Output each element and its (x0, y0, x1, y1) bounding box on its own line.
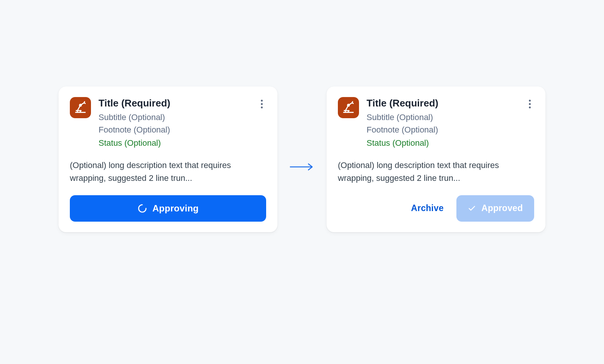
check-icon (468, 204, 476, 213)
card-approving: Title (Required) Subtitle (Optional) Foo… (59, 86, 277, 232)
approved-button: Approved (456, 195, 534, 222)
card-header: Title (Required) Subtitle (Optional) Foo… (70, 97, 266, 149)
card-actions: Approving (70, 195, 266, 222)
spinner-icon (137, 204, 147, 213)
card-actions: Archive Approved (338, 195, 534, 222)
approving-button[interactable]: Approving (70, 195, 266, 222)
archive-button[interactable]: Archive (407, 199, 448, 217)
card-title: Title (Required) (367, 97, 534, 110)
card-description: (Optional) long description text that re… (70, 159, 266, 185)
card-status: Status (Optional) (99, 137, 266, 149)
approved-button-label: Approved (481, 203, 523, 213)
approving-button-label: Approving (153, 203, 199, 214)
more-vertical-icon[interactable] (257, 99, 266, 108)
header-text-block: Title (Required) Subtitle (Optional) Foo… (99, 97, 266, 149)
robot-arm-icon (70, 97, 91, 118)
card-footnote: Footnote (Optional) (99, 123, 266, 136)
robot-arm-icon (338, 97, 359, 118)
card-description: (Optional) long description text that re… (338, 159, 534, 185)
header-text-block: Title (Required) Subtitle (Optional) Foo… (367, 97, 534, 149)
svg-point-1 (139, 205, 146, 212)
arrow-right-icon (289, 162, 315, 171)
more-vertical-icon[interactable] (525, 99, 534, 108)
card-subtitle: Subtitle (Optional) (367, 111, 534, 123)
card-status: Status (Optional) (367, 137, 534, 149)
archive-button-label: Archive (411, 203, 444, 213)
transition-arrow (289, 147, 315, 171)
card-subtitle: Subtitle (Optional) (99, 111, 266, 123)
card-footnote: Footnote (Optional) (367, 123, 534, 136)
card-title: Title (Required) (99, 97, 266, 110)
card-approved: Title (Required) Subtitle (Optional) Foo… (327, 86, 545, 232)
card-header: Title (Required) Subtitle (Optional) Foo… (338, 97, 534, 149)
